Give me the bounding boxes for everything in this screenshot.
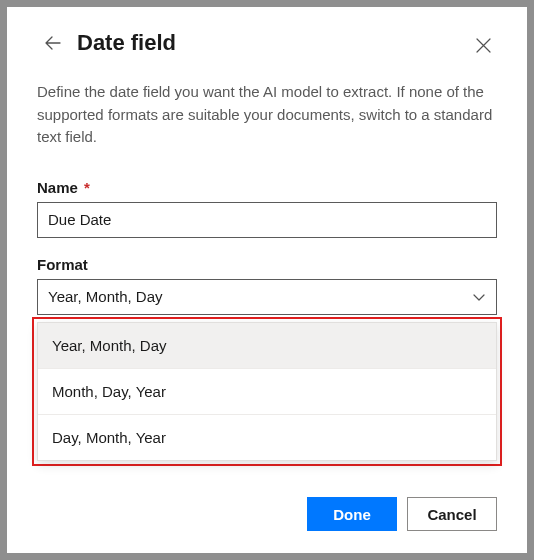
- dialog-title: Date field: [77, 30, 176, 56]
- dropdown-highlight: Year, Month, Day Month, Day, Year Day, M…: [32, 317, 502, 466]
- required-indicator: *: [84, 179, 90, 196]
- format-label: Format: [37, 256, 497, 273]
- format-selected-value: Year, Month, Day: [48, 288, 163, 305]
- format-select[interactable]: Year, Month, Day: [37, 279, 497, 315]
- name-label: Name *: [37, 179, 497, 196]
- format-option-ymd[interactable]: Year, Month, Day: [38, 323, 496, 369]
- chevron-down-icon: [472, 290, 486, 304]
- format-option-dmy[interactable]: Day, Month, Year: [38, 415, 496, 460]
- dialog-description: Define the date field you want the AI mo…: [37, 81, 497, 149]
- format-option-mdy[interactable]: Month, Day, Year: [38, 369, 496, 415]
- dialog-footer: Done Cancel: [37, 491, 497, 531]
- dialog-header: Date field: [37, 27, 497, 59]
- name-label-text: Name: [37, 179, 78, 196]
- name-field-group: Name *: [37, 179, 497, 238]
- done-button[interactable]: Done: [307, 497, 397, 531]
- format-select-wrap: Year, Month, Day Year, Month, Day Month,…: [37, 279, 497, 315]
- name-input[interactable]: [37, 202, 497, 238]
- format-dropdown-list: Year, Month, Day Month, Day, Year Day, M…: [37, 322, 497, 461]
- cancel-button[interactable]: Cancel: [407, 497, 497, 531]
- close-icon: [476, 38, 491, 53]
- back-button[interactable]: [37, 27, 69, 59]
- arrow-left-icon: [43, 33, 63, 53]
- close-button[interactable]: [469, 31, 497, 59]
- date-field-dialog: Date field Define the date field you wan…: [7, 7, 527, 553]
- format-field-group: Format Year, Month, Day Year, Month, Day…: [37, 256, 497, 315]
